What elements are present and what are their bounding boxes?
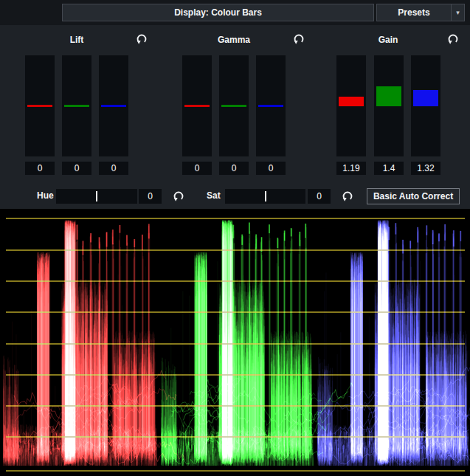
slider-fill [184, 105, 210, 107]
hue-label: Hue [37, 190, 54, 201]
gamma-green-value[interactable]: 0 [219, 162, 249, 175]
sat-slider[interactable] [225, 189, 305, 204]
reset-icon[interactable] [340, 190, 355, 204]
presets-dropdown[interactable]: Presets ▾ [376, 4, 465, 21]
gamma-blue-column: 0 [256, 55, 286, 175]
gamma-red-slider[interactable] [182, 55, 212, 156]
slider-fill [27, 105, 52, 107]
slider-fill [413, 90, 438, 106]
gain-red-column: 1.19 [336, 55, 366, 175]
hue-slider-handle[interactable] [96, 191, 97, 201]
sat-value[interactable]: 0 [308, 189, 331, 204]
waveform-canvas [0, 209, 470, 476]
basic-auto-correct-button[interactable]: Basic Auto Correct [367, 188, 460, 204]
sat-slider-handle[interactable] [265, 191, 266, 201]
gamma-blue-slider[interactable] [256, 55, 286, 156]
slider-fill [221, 105, 246, 107]
hue-slider[interactable] [56, 189, 137, 204]
presets-label: Presets [377, 4, 451, 21]
top-bar: Display: Colour Bars Presets ▾ [0, 0, 470, 25]
lift-green-slider[interactable] [62, 55, 91, 156]
section-title-gamma: Gamma [182, 35, 286, 45]
gain-blue-column: 1.32 [411, 55, 440, 175]
lift-red-slider[interactable] [25, 55, 55, 156]
lift-blue-slider[interactable] [99, 55, 128, 156]
gamma-red-column: 0 [182, 55, 212, 175]
gain-red-value[interactable]: 1.19 [336, 162, 366, 175]
reset-icon[interactable] [446, 32, 460, 47]
slider-fill [101, 105, 126, 107]
gain-green-slider[interactable] [374, 55, 404, 156]
hue-value[interactable]: 0 [139, 189, 162, 204]
gamma-blue-value[interactable]: 0 [256, 162, 286, 175]
section-gain: Gain 1.19 1.4 1.32 [336, 33, 460, 177]
gain-green-column: 1.4 [374, 55, 404, 175]
controls-panel: Display: Colour Bars Presets ▾ Lift 0 0 … [0, 0, 470, 209]
slider-fill [376, 86, 401, 106]
section-title-gain: Gain [336, 35, 440, 45]
lift-green-column: 0 [62, 55, 91, 175]
section-gamma: Gamma 0 0 0 [182, 33, 305, 177]
chevron-down-icon[interactable]: ▾ [451, 4, 464, 21]
gamma-red-value[interactable]: 0 [182, 162, 212, 175]
colour-correction-panel: Display: Colour Bars Presets ▾ Lift 0 0 … [0, 0, 470, 476]
gain-blue-value[interactable]: 1.32 [411, 162, 440, 175]
gain-red-slider[interactable] [336, 55, 366, 156]
display-mode-button[interactable]: Display: Colour Bars [62, 4, 374, 21]
slider-fill [64, 105, 89, 107]
lift-red-column: 0 [25, 55, 55, 175]
section-title-lift: Lift [25, 35, 128, 45]
gain-green-value[interactable]: 1.4 [374, 162, 404, 175]
slider-fill [258, 105, 283, 107]
slider-fill [339, 97, 364, 106]
gain-blue-slider[interactable] [411, 55, 440, 156]
sat-label: Sat [207, 190, 221, 201]
gamma-green-column: 0 [219, 55, 249, 175]
section-lift: Lift 0 0 0 [25, 33, 148, 177]
reset-icon[interactable] [171, 190, 186, 204]
lift-blue-column: 0 [99, 55, 128, 175]
lift-red-value[interactable]: 0 [25, 162, 55, 175]
gamma-green-slider[interactable] [219, 55, 249, 156]
waveform-scope [0, 209, 470, 476]
lift-blue-value[interactable]: 0 [99, 162, 128, 175]
reset-icon[interactable] [134, 32, 149, 47]
lift-green-value[interactable]: 0 [62, 162, 91, 175]
reset-icon[interactable] [291, 32, 306, 47]
